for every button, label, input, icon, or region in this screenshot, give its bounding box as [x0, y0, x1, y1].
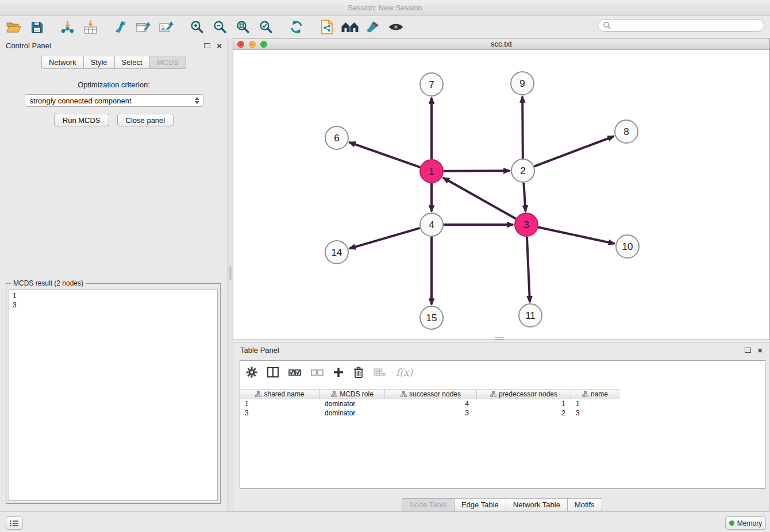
- zoom-out-button[interactable]: [209, 17, 232, 37]
- export-image-button[interactable]: [155, 17, 178, 37]
- list-icon: [10, 520, 19, 527]
- import-table-button[interactable]: [79, 17, 102, 37]
- home-pages-button[interactable]: [338, 17, 361, 37]
- graph-edge-1-6[interactable]: [349, 142, 420, 167]
- search-icon: [603, 21, 611, 29]
- table-panel: Table Panel: [233, 342, 770, 511]
- memory-label: Memory: [737, 519, 762, 527]
- graph-node-label: 6: [334, 133, 339, 144]
- delete-column-button[interactable]: [353, 367, 364, 378]
- open-file-button[interactable]: [2, 17, 25, 37]
- float-table-panel-icon[interactable]: [745, 348, 751, 353]
- control-panel-title: Control Panel: [6, 41, 51, 50]
- checked-boxes-icon: [288, 368, 301, 377]
- tab-style[interactable]: Style: [84, 56, 115, 69]
- mcds-result-list[interactable]: 1 3: [9, 290, 218, 501]
- graph-edge-3-1[interactable]: [443, 178, 516, 218]
- style-brush-button[interactable]: [361, 17, 384, 37]
- show-hide-button[interactable]: [384, 17, 407, 37]
- save-session-button[interactable]: [25, 17, 48, 37]
- tab-network-table[interactable]: Network Table: [506, 498, 568, 511]
- refresh-view-button[interactable]: [285, 17, 308, 37]
- select-stepper-icon: [195, 97, 201, 104]
- table-settings-button[interactable]: [246, 367, 257, 378]
- panel-splitter[interactable]: [228, 38, 233, 511]
- table-panel-title: Table Panel: [240, 346, 279, 354]
- search-input[interactable]: [614, 21, 759, 29]
- column-header-shared-name[interactable]: shared name: [240, 389, 320, 399]
- close-table-panel-icon[interactable]: [757, 346, 763, 354]
- splitter-handle[interactable]: [229, 266, 232, 280]
- add-column-button[interactable]: [333, 367, 344, 377]
- tab-node-table[interactable]: Node Table: [402, 498, 455, 511]
- graph-edge-2-9[interactable]: [522, 97, 523, 159]
- tab-select[interactable]: Select: [115, 56, 150, 69]
- window-resize-grip[interactable]: [495, 337, 504, 340]
- tab-edge-table[interactable]: Edge Table: [455, 498, 506, 511]
- network-canvas[interactable]: 7968124314101511: [233, 50, 769, 340]
- zoom-fit-button[interactable]: [232, 17, 255, 37]
- control-panel: Control Panel Network Style Select MCDS …: [0, 38, 228, 511]
- export-network-icon: [136, 20, 151, 34]
- column-header-predecessor-nodes[interactable]: predecessor nodes: [477, 389, 571, 399]
- attribute-icon: [255, 391, 261, 397]
- memory-button[interactable]: Memory: [725, 516, 766, 530]
- graph-node-label: 11: [525, 310, 536, 321]
- network-arrows-button[interactable]: [109, 17, 132, 37]
- mcds-result-box: MCDS result (2 nodes) 1 3: [6, 283, 221, 504]
- attribute-icon: [490, 391, 496, 397]
- refresh-icon: [290, 20, 303, 34]
- network-window-titlebar[interactable]: scc.txt: [233, 38, 769, 50]
- zoom-in-button[interactable]: [186, 17, 209, 37]
- table-toolbar: f(x): [240, 361, 765, 384]
- table-panel-tabs: Node Table Edge Table Network Table Moti…: [233, 498, 770, 511]
- close-panel-icon[interactable]: [217, 41, 222, 50]
- float-panel-icon[interactable]: [204, 43, 210, 48]
- import-network-icon: [60, 20, 75, 34]
- zoom-in-icon: [190, 20, 204, 34]
- home-icons: [341, 21, 359, 33]
- tab-mcds[interactable]: MCDS: [150, 56, 186, 69]
- network-window-title: scc.txt: [233, 40, 769, 48]
- brush-icon: [366, 20, 380, 34]
- column-header-successor-nodes[interactable]: successor nodes: [385, 389, 477, 399]
- column-header-mcds-role[interactable]: MCDS role: [320, 389, 385, 399]
- column-header-name[interactable]: name: [571, 389, 619, 399]
- zoom-selected-button[interactable]: [255, 17, 278, 37]
- minimize-window-button[interactable]: [249, 41, 256, 48]
- graph-edge-1-2[interactable]: [444, 171, 510, 171]
- network-arrows-icon: [114, 20, 128, 34]
- gear-icon: [246, 367, 257, 378]
- window-titlebar[interactable]: Session: New Session: [0, 0, 770, 16]
- optimization-select[interactable]: strongly connected component: [25, 94, 203, 107]
- table-row[interactable]: 1 dominator 4 1 1: [240, 399, 765, 408]
- columns-icon: [267, 367, 279, 377]
- delete-table-button[interactable]: [374, 368, 386, 377]
- show-columns-button[interactable]: [267, 367, 279, 377]
- function-builder-button[interactable]: f(x): [396, 367, 413, 378]
- optimization-criterion-label: Optimization criterion:: [0, 80, 228, 89]
- task-history-button[interactable]: [6, 516, 23, 530]
- tab-network[interactable]: Network: [41, 56, 84, 69]
- run-mcds-button[interactable]: Run MCDS: [54, 114, 109, 126]
- maximize-window-button[interactable]: [260, 41, 267, 48]
- export-network-button[interactable]: [132, 17, 155, 37]
- search-box[interactable]: [598, 19, 764, 32]
- export-image-icon: [159, 20, 174, 34]
- deselect-all-button[interactable]: [311, 368, 324, 377]
- graph-node-label: 1: [429, 166, 434, 177]
- graph-edge-3-10[interactable]: [538, 227, 615, 244]
- table-row[interactable]: 3 dominator 3 2 3: [240, 408, 765, 418]
- import-network-button[interactable]: [56, 17, 79, 37]
- graph-edge-4-14[interactable]: [349, 228, 420, 249]
- zoom-selected-icon: [259, 20, 273, 34]
- graph-edge-3-11[interactable]: [527, 237, 530, 302]
- network-graph[interactable]: 7968124314101511: [233, 50, 769, 340]
- tab-motifs[interactable]: Motifs: [568, 498, 602, 511]
- select-all-button[interactable]: [288, 368, 301, 377]
- graph-edge-2-8[interactable]: [534, 136, 614, 166]
- close-panel-button[interactable]: Close panel: [117, 114, 174, 126]
- graph-edge-2-3[interactable]: [523, 183, 525, 211]
- close-window-button[interactable]: [237, 41, 244, 48]
- document-share-button[interactable]: [315, 17, 338, 37]
